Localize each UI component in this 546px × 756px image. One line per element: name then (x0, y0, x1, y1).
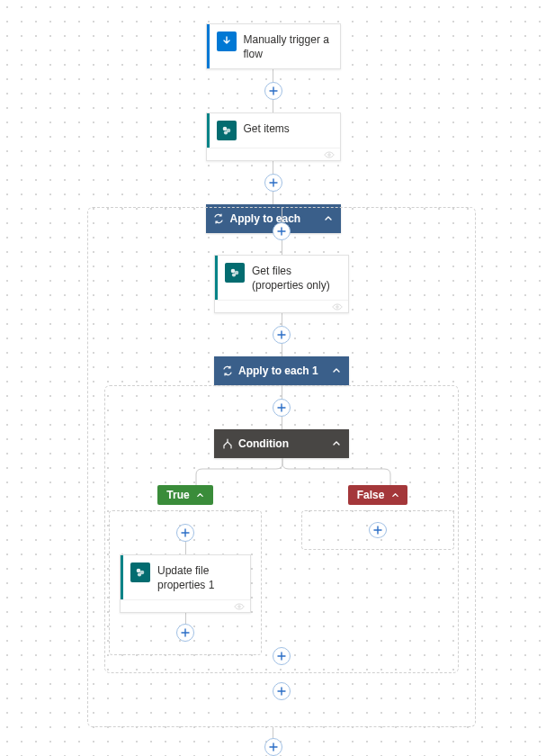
connector-line (282, 344, 282, 356)
add-step-button[interactable] (273, 399, 291, 417)
add-step-button[interactable] (264, 738, 282, 756)
update-file-card[interactable]: Update file properties 1 (120, 554, 251, 613)
add-step-button[interactable] (176, 524, 194, 542)
branch-connector (105, 458, 458, 485)
false-label: False (357, 489, 385, 501)
connector-line (282, 313, 282, 326)
true-branch-box: Update file properties 1 (109, 510, 262, 655)
svg-point-7 (336, 305, 338, 307)
trigger-title: Manually trigger a flow (244, 32, 331, 61)
svg-point-4 (231, 269, 236, 274)
add-step-button[interactable] (264, 82, 282, 100)
connector-line (282, 386, 282, 399)
chevron-up-icon (195, 490, 206, 500)
connector-line (273, 727, 273, 738)
svg-point-0 (222, 127, 227, 131)
apply-to-each-1-header[interactable]: Apply to each 1 (214, 356, 349, 385)
add-step-button[interactable] (273, 647, 291, 665)
connector-line (282, 240, 282, 255)
false-branch-box (301, 510, 454, 550)
svg-point-3 (327, 153, 329, 155)
sharepoint-icon (225, 263, 245, 283)
peek-icon (324, 151, 335, 158)
connector-line (273, 192, 273, 204)
svg-point-6 (232, 273, 236, 276)
connector-line (273, 100, 273, 112)
true-branch-badge[interactable]: True (157, 485, 212, 505)
peek-icon (332, 303, 343, 310)
manual-trigger-icon (217, 32, 237, 51)
apply-to-each-scope: Get files (properties only) Apply to eac… (87, 207, 476, 727)
loop-icon (221, 365, 233, 377)
add-step-button[interactable] (176, 624, 194, 642)
get-items-title: Get items (244, 121, 331, 137)
apply-to-each-1-title: Apply to each 1 (238, 364, 318, 377)
get-items-card[interactable]: Get items (206, 112, 341, 161)
chevron-up-icon (331, 365, 342, 376)
connector-line (282, 208, 282, 222)
get-files-card[interactable]: Get files (properties only) (214, 255, 349, 313)
connector-line (185, 613, 186, 624)
add-step-button[interactable] (369, 522, 387, 538)
svg-point-2 (223, 131, 227, 135)
false-branch-badge[interactable]: False (348, 485, 408, 505)
get-files-title: Get files (properties only) (252, 263, 339, 292)
update-file-title: Update file properties 1 (157, 562, 241, 592)
add-step-button[interactable] (264, 174, 282, 192)
apply-to-each-1-scope: Condition True (104, 385, 459, 673)
connector-line (273, 69, 273, 82)
svg-point-8 (137, 569, 141, 573)
connector-line (273, 161, 273, 174)
connector-line (282, 417, 282, 429)
svg-point-10 (138, 573, 141, 577)
trigger-card[interactable]: Manually trigger a flow (206, 23, 341, 69)
svg-point-11 (238, 606, 240, 608)
condition-icon (221, 438, 233, 450)
chevron-up-icon (331, 438, 342, 449)
true-label: True (166, 489, 189, 501)
add-step-button[interactable] (273, 326, 291, 344)
condition-header[interactable]: Condition (214, 429, 349, 458)
chevron-up-icon (389, 490, 400, 500)
add-step-button[interactable] (273, 222, 291, 240)
peek-icon (234, 603, 245, 610)
add-step-button[interactable] (273, 682, 291, 700)
sharepoint-icon (130, 562, 150, 582)
condition-title: Condition (238, 437, 289, 450)
sharepoint-icon (217, 121, 237, 140)
connector-line (185, 542, 186, 554)
